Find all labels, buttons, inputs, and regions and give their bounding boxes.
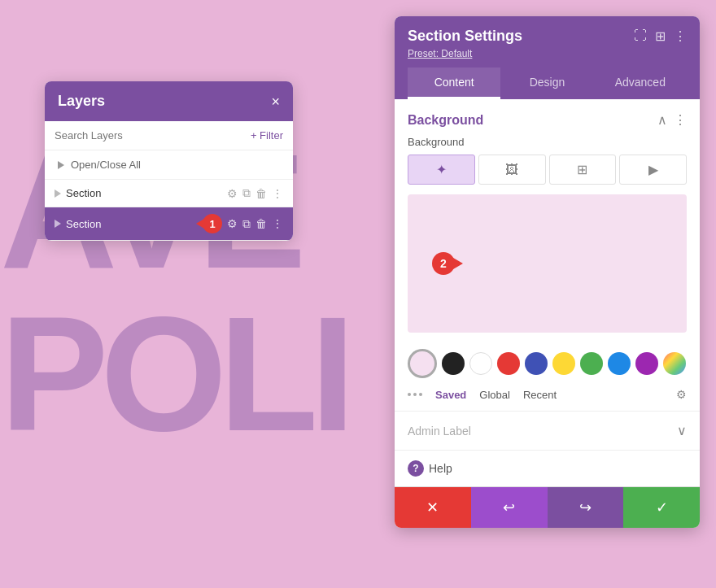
swatch-yellow[interactable]: [552, 352, 575, 375]
background-section-actions: ∧ ⋮: [657, 112, 687, 128]
bg-type-video[interactable]: ▶: [619, 155, 687, 185]
color-tabs: Saved Global Recent ⚙: [395, 385, 700, 411]
background-type-selector: ✦ 🖼 ⊞ ▶: [395, 155, 700, 194]
gear-icon-1[interactable]: ⚙: [227, 187, 238, 200]
swatch-green[interactable]: [580, 352, 603, 375]
settings-footer: ✕ ↩ ↪ ✓: [395, 486, 700, 528]
bg-type-gradient[interactable]: ⊞: [549, 155, 617, 185]
expand-icon-1: [55, 189, 61, 198]
copy-icon-2[interactable]: ⧉: [242, 217, 251, 231]
section-settings-panel: Section Settings ⛶ ⊞ ⋮ Preset: Default C…: [395, 16, 700, 528]
layers-open-close[interactable]: Open/Close All: [45, 150, 293, 180]
swatch-selected[interactable]: [408, 349, 437, 378]
settings-body: Background ∧ ⋮ Background ✦ 🖼 ⊞ ▶ 2: [395, 99, 700, 486]
color-tab-gear-icon[interactable]: ⚙: [676, 388, 687, 401]
settings-header-icons: ⛶ ⊞ ⋮: [634, 28, 687, 44]
admin-label-text: Admin Label: [408, 425, 471, 438]
trash-icon-2[interactable]: 🗑: [255, 217, 267, 230]
help-icon: ?: [408, 460, 424, 477]
settings-header-top: Section Settings ⛶ ⊞ ⋮: [408, 28, 687, 45]
more-section-icon[interactable]: ⋮: [674, 112, 687, 128]
bg-type-color[interactable]: ✦: [408, 155, 475, 185]
tab-advanced[interactable]: Advanced: [594, 68, 687, 99]
footer-redo-button[interactable]: ↪: [548, 487, 624, 528]
help-section: ? Help: [395, 451, 700, 486]
gear-icon-2[interactable]: ⚙: [227, 217, 238, 230]
more-dots[interactable]: [408, 393, 422, 396]
more-icon-2[interactable]: ⋮: [272, 217, 283, 230]
bg-type-image[interactable]: 🖼: [478, 155, 546, 185]
grid-icon[interactable]: ⊞: [655, 28, 666, 44]
collapse-icon[interactable]: ∧: [657, 112, 667, 128]
layers-item-2[interactable]: Section 1 ⚙ ⧉ 🗑 ⋮: [45, 207, 293, 241]
layers-item-1[interactable]: Section ⚙ ⧉ 🗑 ⋮: [45, 180, 293, 207]
settings-tabs: Content Design Advanced: [408, 68, 687, 99]
footer-save-button[interactable]: ✓: [623, 487, 700, 528]
background-section: Background ∧ ⋮ Background ✦ 🖼 ⊞ ▶ 2: [395, 99, 700, 412]
layers-item-actions-2: ⚙ ⧉ 🗑 ⋮: [227, 217, 283, 231]
layers-item-label-1: Section: [66, 187, 222, 199]
layers-item-label-2: Section: [66, 218, 198, 230]
swatch-red[interactable]: [497, 352, 520, 375]
layers-item-actions-1: ⚙ ⧉ 🗑 ⋮: [227, 186, 283, 200]
footer-cancel-button[interactable]: ✕: [395, 487, 471, 528]
settings-header: Section Settings ⛶ ⊞ ⋮ Preset: Default C…: [395, 16, 700, 99]
color-tab-global[interactable]: Global: [479, 389, 510, 401]
expand-icon[interactable]: ⛶: [634, 28, 647, 44]
admin-label-section[interactable]: Admin Label ∨: [395, 412, 700, 451]
layers-panel: Layers × + Filter Open/Close All Section…: [45, 81, 293, 241]
color-tab-saved[interactable]: Saved: [435, 389, 466, 401]
help-label: Help: [429, 462, 452, 475]
layers-panel-header: Layers ×: [45, 81, 293, 121]
copy-icon-1[interactable]: ⧉: [242, 186, 251, 200]
trash-icon-1[interactable]: 🗑: [255, 187, 267, 200]
expand-icon-2: [55, 220, 61, 228]
color-tab-recent[interactable]: Recent: [523, 389, 557, 401]
tab-design[interactable]: Design: [500, 68, 593, 99]
step-badge-2: 2: [432, 252, 455, 275]
background-color-preview[interactable]: 2: [408, 194, 687, 333]
layers-filter-button[interactable]: + Filter: [251, 129, 283, 142]
footer-undo-button[interactable]: ↩: [471, 487, 548, 528]
layers-close-button[interactable]: ×: [271, 94, 280, 109]
layers-search-bar: + Filter: [45, 121, 293, 150]
background-label: Background: [395, 134, 700, 155]
more-header-icon[interactable]: ⋮: [674, 28, 687, 44]
settings-title: Section Settings: [408, 28, 522, 45]
swatch-black[interactable]: [442, 352, 465, 375]
swatch-blue[interactable]: [525, 352, 548, 375]
settings-preset: Preset: Default: [408, 48, 687, 59]
swatch-purple[interactable]: [635, 352, 658, 375]
swatch-rainbow[interactable]: [663, 352, 686, 375]
open-close-label: Open/Close All: [71, 159, 141, 171]
admin-label-chevron: ∨: [677, 423, 687, 438]
tab-content[interactable]: Content: [408, 68, 500, 99]
swatch-lightblue[interactable]: [608, 352, 631, 375]
step-badge-1: 1: [203, 214, 222, 233]
layers-panel-title: Layers: [58, 93, 105, 110]
preset-label[interactable]: Preset: Default: [408, 48, 472, 59]
background-section-header: Background ∧ ⋮: [395, 99, 700, 134]
more-icon-1[interactable]: ⋮: [272, 187, 283, 200]
swatch-white[interactable]: [469, 352, 492, 375]
background-section-title: Background: [408, 113, 483, 128]
triangle-icon: [58, 161, 64, 169]
layers-search-input[interactable]: [55, 129, 244, 142]
color-swatches: [395, 342, 700, 385]
